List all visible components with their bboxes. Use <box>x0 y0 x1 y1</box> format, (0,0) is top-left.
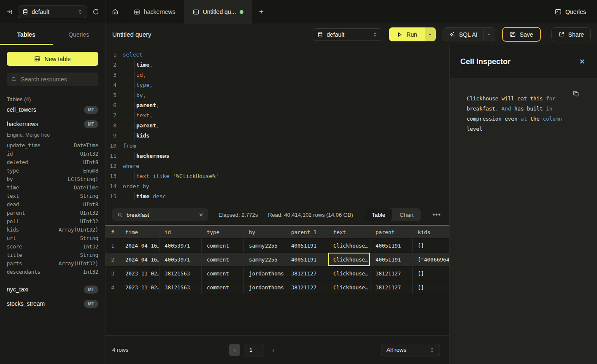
column-type: UInt32 <box>80 151 98 157</box>
table-cell[interactable]: ["40066964… <box>413 253 449 267</box>
tab-hackernews[interactable]: hackernews <box>125 0 184 24</box>
prev-page-button[interactable]: ‹ <box>229 344 240 356</box>
table-cell[interactable]: sammy2255 <box>244 239 286 253</box>
table-cell[interactable]: Clickhouse… <box>328 267 370 280</box>
column-header[interactable]: time <box>120 226 159 239</box>
table-cell[interactable]: 38121563 <box>159 267 202 280</box>
table-cell[interactable]: 2023-11-02… <box>120 280 159 294</box>
column-header[interactable]: text <box>328 226 370 239</box>
run-options-button[interactable] <box>425 27 436 41</box>
sql-ai-options-button[interactable] <box>484 28 495 41</box>
table-cell[interactable]: comment <box>202 239 244 253</box>
table-cell[interactable]: 2024-04-16… <box>120 239 159 253</box>
new-tab-button[interactable]: + <box>252 0 270 24</box>
run-button[interactable]: Run <box>389 27 425 41</box>
table-cell[interactable]: 38121127 <box>286 267 328 280</box>
resource-search-input[interactable] <box>21 76 94 83</box>
code-token: , <box>149 112 153 119</box>
line-number: 5 <box>105 92 116 98</box>
column-type: UInt8 <box>83 159 98 165</box>
next-page-button[interactable]: › <box>268 344 279 356</box>
column-header[interactable]: type <box>202 226 244 239</box>
table-cell[interactable]: 38121127 <box>286 280 328 294</box>
read-stat: Read: 40,414,102 rows (14.06 GB) <box>268 212 353 218</box>
tab-label: Untitled qu... <box>203 8 236 15</box>
connection-selector[interactable]: default <box>313 28 382 41</box>
sidebar-tab-queries[interactable]: Queries <box>53 24 105 45</box>
sidebar-tab-tables[interactable]: Tables <box>0 24 53 45</box>
table-cell[interactable]: 38121563 <box>159 280 202 294</box>
sql-ai-button[interactable]: SQL AI <box>443 28 484 41</box>
column-header[interactable]: by <box>244 226 286 239</box>
sparkles-icon <box>449 31 455 38</box>
new-table-button[interactable]: New table <box>7 52 98 66</box>
resource-search[interactable] <box>7 73 98 86</box>
save-button[interactable]: Save <box>502 27 541 42</box>
table-list-item[interactable]: hackernewsMT <box>7 117 98 131</box>
sql-editor[interactable]: 1select2time,3id,4type,5by,6parent,7text… <box>105 45 449 205</box>
table-cell[interactable]: 40051191 <box>370 253 413 267</box>
page-size-selector[interactable]: All rows <box>381 344 440 356</box>
copy-button[interactable] <box>573 90 579 97</box>
chevron-updown-icon <box>373 32 378 37</box>
table-cell[interactable]: 40053971 <box>159 253 202 267</box>
editor-line: 4type, <box>105 80 449 90</box>
table-list-item[interactable]: stocks_streamMT <box>7 297 98 311</box>
table-cell[interactable]: [] <box>413 239 449 253</box>
column-header[interactable]: parent <box>370 226 413 239</box>
table-list-item[interactable]: nyc_taxiMT <box>7 282 98 297</box>
line-number: 4 <box>105 82 116 88</box>
table-cell[interactable]: [] <box>413 267 449 280</box>
table-cell[interactable]: 40053971 <box>159 239 202 253</box>
line-number: 9 <box>105 132 116 139</box>
table-cell[interactable]: 40051191 <box>370 239 413 253</box>
tab-home[interactable] <box>105 0 125 24</box>
table-cell[interactable]: Clickhouse… <box>328 280 370 294</box>
code-token: time <box>136 193 149 200</box>
table-list-item[interactable]: cell_towersMT <box>7 102 98 117</box>
refresh-button[interactable] <box>92 8 99 15</box>
table-cell[interactable]: 40051191 <box>286 253 328 267</box>
table-cell[interactable]: 38121127 <box>370 280 413 294</box>
clear-search-button[interactable]: ✕ <box>199 212 203 218</box>
share-button[interactable]: Share <box>551 27 591 41</box>
table-cell[interactable]: 2024-04-16… <box>120 253 159 267</box>
more-options-button[interactable]: ••• <box>431 211 443 218</box>
column-header[interactable]: parent_1 <box>286 226 328 239</box>
table-cell[interactable]: 38121127 <box>370 267 413 280</box>
code-token: parent <box>136 122 156 129</box>
page-number-input[interactable] <box>244 344 264 356</box>
cell-value-token: in <box>546 105 552 112</box>
collapse-sidebar-button[interactable] <box>6 8 13 15</box>
table-cell[interactable]: comment <box>202 267 244 280</box>
table-cell[interactable]: 2023-11-02… <box>120 267 159 280</box>
results-search-input[interactable] <box>127 212 195 218</box>
table-cell[interactable]: jordanthoms <box>244 267 286 280</box>
table-cell[interactable]: 40051191 <box>286 239 328 253</box>
table-cell[interactable]: comment <box>202 253 244 267</box>
view-tab-chart[interactable]: Chart <box>392 208 421 221</box>
table-column-row: partsArray(UInt32) <box>7 259 98 268</box>
view-tab-table[interactable]: Table <box>365 208 392 221</box>
close-inspector-button[interactable]: ✕ <box>579 57 585 66</box>
column-name: id <box>7 151 13 157</box>
column-name: title <box>7 252 22 258</box>
line-number: 2 <box>105 62 116 68</box>
engine-badge: MT <box>84 120 98 128</box>
column-header[interactable]: kids <box>413 226 449 239</box>
code-text: select <box>123 51 143 58</box>
table-row: 32023-11-02…38121563commentjordanthoms38… <box>105 267 449 280</box>
queries-button[interactable]: Queries <box>555 8 586 15</box>
column-header[interactable]: id <box>159 226 202 239</box>
results-search[interactable]: ✕ <box>112 208 208 221</box>
database-selector[interactable]: default <box>18 5 87 18</box>
table-cell[interactable]: [] <box>413 280 449 294</box>
table-cell[interactable]: jordanthoms <box>244 280 286 294</box>
table-cell[interactable]: comment <box>202 280 244 294</box>
table-cell[interactable]: Clickhouse… <box>328 239 370 253</box>
column-header[interactable]: # <box>105 226 120 239</box>
table-cell[interactable]: Clickhouse… <box>328 253 370 267</box>
results-toolbar: ✕ Elapsed: 2.772s Read: 40,414,102 rows … <box>105 205 449 225</box>
tab-untitled-query[interactable]: Untitled qu... <box>184 0 253 24</box>
table-cell[interactable]: sammy2255 <box>244 253 286 267</box>
